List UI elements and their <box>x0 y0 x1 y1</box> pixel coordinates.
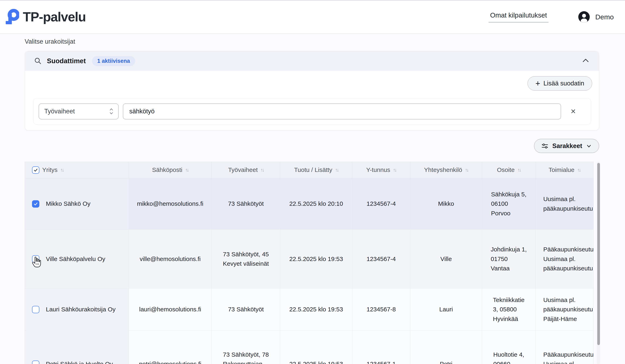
filter-row: Työvaiheet × <box>33 98 591 124</box>
header-label: Yritys <box>42 165 58 175</box>
top-nav: Omat kilpailutukset Demo <box>489 11 614 23</box>
company-name: Petri Sähkö ja Huolto Oy <box>46 359 113 364</box>
company-cell: Petri Sähkö ja Huolto Oy <box>25 331 129 364</box>
filters-card: Suodattimet 1 aktiivisena + Lisää suodat… <box>25 51 599 130</box>
region-cell: Uusimaa pl. pääkaupunkiseutu <box>535 178 594 229</box>
email-cell: petri@hemosolutions.fi <box>129 331 212 364</box>
phases-cell: 73 Sähkötyöt, 45 Kevyet väliseinät <box>212 230 280 288</box>
header-label: Osoite <box>497 165 515 175</box>
company-cell: Ville Sähköpalvelu Oy <box>25 230 129 288</box>
main-content: Valitse urakoitsijat Suodattimet 1 aktii… <box>0 34 625 364</box>
header-label: Tuotu / Lisätty <box>294 165 332 175</box>
chevron-down-icon <box>586 143 592 149</box>
business-id-cell: 1234567-8 <box>352 289 410 330</box>
add-filter-label: Lisää suodatin <box>543 80 584 87</box>
filters-header[interactable]: Suodattimet 1 aktiivisena <box>25 51 599 71</box>
brand-logo-icon <box>6 8 19 26</box>
header-label: Yhteyshenkilö <box>424 165 462 175</box>
brand: TP-palvelu <box>6 8 86 26</box>
chevron-up-icon[interactable] <box>581 57 590 65</box>
table-row[interactable]: Mikko Sähkö Oy mikko@hemosolutions.fi 73… <box>25 178 594 230</box>
brand-name: TP-palvelu <box>23 9 86 25</box>
sort-icon[interactable]: ↑↓ <box>577 166 580 174</box>
address-cell: Tekniikkatie 3, 05800 Hyvinkää <box>482 289 535 330</box>
region-cell: Pääkaupunkiseutu, Uusimaa pl. pääkaupunk… <box>535 230 594 288</box>
phases-cell: 73 Sähkötyöt <box>212 178 280 229</box>
phases-cell: 73 Sähkötyöt <box>212 289 280 330</box>
sort-icon[interactable]: ↑↓ <box>465 166 468 174</box>
header-label: Y-tunnus <box>366 165 390 175</box>
sliders-icon <box>541 142 549 150</box>
company-cell: Lauri Sähköurakoitsija Oy <box>25 289 129 330</box>
imported-cell: 22.5.2025 klo 19:53 <box>280 331 352 364</box>
contact-cell: Ville <box>410 230 482 288</box>
header-cell-y-tunnus[interactable]: Y-tunnus ↑↓ <box>352 162 410 178</box>
columns-button[interactable]: Sarakkeet <box>534 139 599 153</box>
header-cell-tyovaiheet[interactable]: Työvaiheet ↑↓ <box>212 162 280 178</box>
remove-filter-button[interactable]: × <box>561 107 585 116</box>
columns-button-label: Sarakkeet <box>552 142 582 150</box>
email-cell: lauri@hemosolutions.fi <box>129 289 212 330</box>
filters-body: + Lisää suodatin Työvaiheet <box>25 71 599 130</box>
imported-cell: 22.5.2025 klo 20:10 <box>280 178 352 229</box>
contact-cell: Lauri <box>410 289 482 330</box>
filter-value-input[interactable] <box>123 104 561 119</box>
columns-row: Sarakkeet <box>25 139 599 153</box>
table-row[interactable]: Petri Sähkö ja Huolto Oy petri@hemosolut… <box>25 331 594 364</box>
avatar-icon <box>578 11 590 23</box>
header-label: Toimialue <box>549 165 574 175</box>
table-row[interactable]: Ville Sähköpalvelu Oy ville@hemosolution… <box>25 230 594 289</box>
select-updown-icon <box>109 107 114 115</box>
row-checkbox[interactable] <box>32 255 39 263</box>
sort-icon[interactable]: ↑↓ <box>335 166 338 174</box>
header-cell-yritys[interactable]: Yritys ↑↓ <box>25 162 129 178</box>
business-id-cell: 1234567-1 <box>352 331 410 364</box>
row-checkbox[interactable] <box>32 361 39 364</box>
sort-icon[interactable]: ↑↓ <box>518 166 521 174</box>
sort-icon[interactable]: ↑↓ <box>393 166 396 174</box>
header-cell-osoite[interactable]: Osoite ↑↓ <box>482 162 535 178</box>
contractors-table: Yritys ↑↓ Sähköposti ↑↓ Työvaiheet ↑↓ Tu… <box>25 162 597 364</box>
search-icon <box>34 57 42 65</box>
header-label: Työvaiheet <box>228 165 258 175</box>
row-checkbox[interactable] <box>32 306 39 313</box>
email-cell: mikko@hemosolutions.fi <box>129 178 212 229</box>
imported-cell: 22.5.2025 klo 19:53 <box>280 230 352 288</box>
top-bar: TP-palvelu Omat kilpailutukset Demo <box>0 0 625 34</box>
row-checkbox[interactable] <box>32 200 39 208</box>
sort-icon[interactable]: ↑↓ <box>261 166 264 174</box>
region-cell: Uusimaa pl. pääkaupunkiseutu, Päijät-Häm… <box>535 289 594 330</box>
region-cell: Pääkaupunkiseutu, Uusimaa pl. pääkaupunk… <box>535 331 594 364</box>
business-id-cell: 1234567-4 <box>352 230 410 288</box>
active-filters-badge: 1 aktiivisena <box>92 56 135 66</box>
company-cell: Mikko Sähkö Oy <box>25 178 129 229</box>
filter-type-select[interactable]: Työvaiheet <box>39 104 119 119</box>
company-name: Lauri Sähköurakoitsija Oy <box>46 305 116 314</box>
user-menu[interactable]: Demo <box>578 11 614 23</box>
header-cell-sahkoposti[interactable]: Sähköposti ↑↓ <box>129 162 212 178</box>
sort-icon[interactable]: ↑↓ <box>185 166 188 174</box>
add-filter-button[interactable]: + Lisää suodatin <box>528 76 592 91</box>
contact-cell: Petri <box>410 331 482 364</box>
vertical-scrollbar[interactable] <box>597 163 600 345</box>
select-all-checkbox[interactable] <box>32 166 39 174</box>
filter-type-value: Työvaiheet <box>44 108 75 115</box>
header-cell-toimialue[interactable]: Toimialue ↑↓ <box>535 162 594 178</box>
nav-link-omat-kilpailutukset[interactable]: Omat kilpailutukset <box>489 11 549 22</box>
header-label: Sähköposti <box>152 165 182 175</box>
address-cell: Sähkökuja 5, 06100 Porvoo <box>482 178 535 229</box>
filters-title: Suodattimet <box>47 57 86 65</box>
user-name: Demo <box>595 13 614 21</box>
address-cell: Huoltotie 4, 00660 Helsinki <box>482 331 535 364</box>
plus-icon: + <box>535 79 540 88</box>
imported-cell: 22.5.2025 klo 19:53 <box>280 289 352 330</box>
table-row[interactable]: Lauri Sähköurakoitsija Oy lauri@hemosolu… <box>25 289 594 331</box>
scrollbar-track[interactable] <box>597 162 600 364</box>
company-name: Ville Sähköpalvelu Oy <box>46 254 105 264</box>
header-cell-tuotu-lisatty[interactable]: Tuotu / Lisätty ↑↓ <box>280 162 352 178</box>
company-name: Mikko Sähkö Oy <box>46 199 90 209</box>
header-cell-yhteyshenkilo[interactable]: Yhteyshenkilö ↑↓ <box>410 162 482 178</box>
sort-icon[interactable]: ↑↓ <box>60 166 63 174</box>
email-cell: ville@hemosolutions.fi <box>129 230 212 288</box>
table-header-row: Yritys ↑↓ Sähköposti ↑↓ Työvaiheet ↑↓ Tu… <box>25 162 594 178</box>
